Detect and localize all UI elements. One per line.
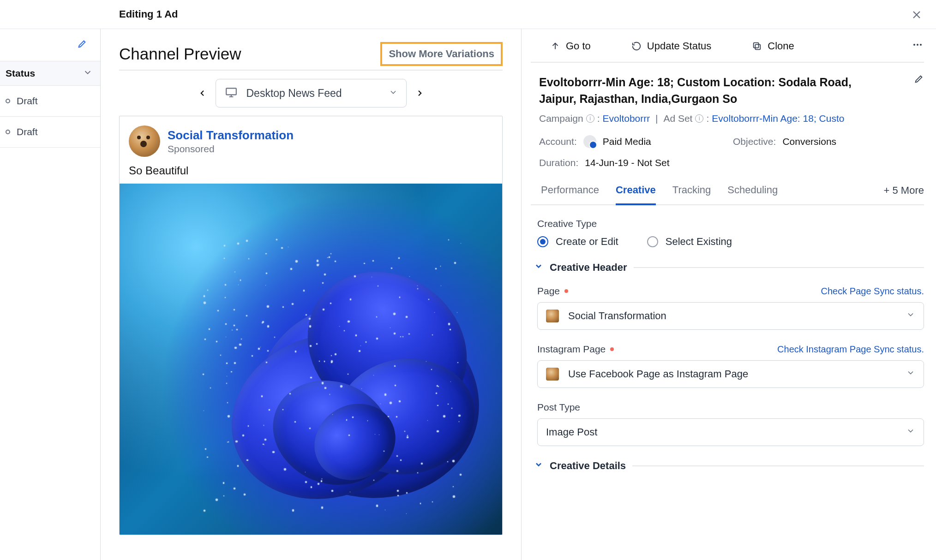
duration-value: 14-Jun-19 - Not Set [585, 157, 669, 168]
edit-pencil-icon[interactable] [77, 39, 87, 51]
chevron-down-icon [389, 88, 398, 99]
creative-type-section: Creative Type Create or Edit Select Exis… [531, 205, 924, 472]
creative-details-section[interactable]: Creative Details [534, 460, 924, 472]
tab-creative[interactable]: Creative [616, 184, 656, 205]
tab-scheduling[interactable]: Scheduling [727, 184, 778, 204]
next-variation-button[interactable] [412, 85, 428, 101]
page-thumb-icon [546, 368, 559, 381]
instagram-sync-link[interactable]: Check Instagram Page Sync status. [777, 344, 924, 355]
instagram-page-select[interactable]: Use Facebook Page as Instagram Page [537, 360, 924, 388]
post-header: Social Transformation Sponsored [120, 116, 502, 162]
close-button[interactable] [910, 8, 923, 24]
feed-selector-value: Desktop News Feed [246, 87, 380, 100]
account-avatar [583, 135, 596, 148]
field-label: Instagram Page [537, 344, 606, 355]
status-dot-icon [6, 130, 10, 134]
post-type-field: Post Type Image Post [534, 402, 924, 460]
divider [632, 465, 924, 466]
chevron-down-icon [906, 426, 915, 438]
radio-label: Create or Edit [556, 236, 618, 248]
campaign-label: Campaign [539, 113, 583, 124]
status-item[interactable]: Draft [0, 86, 100, 117]
ad-meta: Account: Paid Media Objective: Conversio… [531, 131, 924, 168]
page-select[interactable]: Social Transformation [537, 302, 924, 330]
status-dot-icon [6, 99, 10, 103]
divider [634, 267, 924, 268]
account-label: Account: [539, 136, 577, 147]
svg-rect-2 [754, 42, 759, 48]
prev-variation-button[interactable] [194, 85, 210, 101]
instagram-select-value: Use Facebook Page as Instagram Page [568, 368, 897, 380]
feed-selector[interactable]: Desktop News Feed [216, 79, 407, 107]
objective-value: Conversions [782, 136, 836, 147]
status-item-label: Draft [17, 126, 38, 137]
info-icon[interactable]: i [586, 114, 594, 123]
status-header-label: Status [6, 68, 35, 79]
post-type-value: Image Post [546, 426, 897, 438]
left-rail: Status Draft Draft [0, 29, 101, 560]
account-value: Paid Media [603, 136, 651, 147]
layout: Status Draft Draft Channel Preview Show … [0, 29, 936, 560]
topbar: Editing 1 Ad [0, 0, 936, 29]
ad-title-row: Evoltoborrr-Min Age: 18; Custom Location… [531, 63, 924, 112]
required-icon [610, 347, 614, 351]
tabs: Performance Creative Tracking Scheduling… [531, 168, 924, 205]
svg-point-4 [917, 44, 918, 46]
post-page-name[interactable]: Social Transformation [168, 128, 294, 143]
ad-title: Evoltoborrr-Min Age: 18; Custom Location… [539, 74, 871, 107]
radio-icon [537, 236, 548, 247]
svg-point-3 [913, 44, 915, 46]
preview-heading: Channel Preview [119, 45, 241, 63]
more-actions-button[interactable] [912, 39, 923, 53]
radio-label: Select Existing [666, 236, 732, 248]
post-header-titles: Social Transformation Sponsored [168, 128, 294, 155]
goto-label: Go to [566, 40, 591, 52]
page-select-value: Social Transformation [568, 310, 897, 322]
chevron-down-icon [534, 460, 543, 471]
adset-link[interactable]: Evoltoborrr-Min Age: 18; Custo [712, 113, 844, 124]
svg-point-5 [920, 44, 922, 46]
chevron-down-icon [906, 368, 915, 380]
feed-selector-row: Desktop News Feed [119, 79, 503, 107]
update-status-label: Update Status [647, 40, 711, 52]
divider [119, 70, 503, 71]
instagram-page-field: Instagram Page Check Instagram Page Sync… [534, 344, 924, 402]
preview-column: Channel Preview Show More Variations Des… [101, 29, 522, 560]
radio-create-or-edit[interactable]: Create or Edit [537, 236, 618, 248]
duration-label: Duration: [539, 157, 578, 168]
campaign-link[interactable]: Evoltoborrr [603, 113, 650, 124]
required-icon [564, 289, 568, 293]
post-preview-card: Social Transformation Sponsored So Beaut… [119, 116, 503, 535]
section-label: Creative Details [550, 460, 626, 472]
creative-type-radios: Create or Edit Select Existing [534, 236, 924, 262]
left-rail-edit-row [0, 29, 100, 61]
goto-button[interactable]: Go to [550, 40, 591, 52]
post-image [120, 184, 502, 535]
preview-header: Channel Preview Show More Variations [119, 42, 503, 66]
tabs-more[interactable]: + 5 More [884, 185, 924, 204]
tab-performance[interactable]: Performance [541, 184, 599, 204]
status-header[interactable]: Status [0, 61, 100, 86]
clone-button[interactable]: Clone [752, 40, 794, 52]
status-item[interactable]: Draft [0, 117, 100, 148]
chevron-down-icon [83, 67, 93, 80]
update-status-button[interactable]: Update Status [631, 40, 711, 52]
post-text: So Beautiful [120, 162, 502, 184]
svg-rect-0 [226, 88, 236, 95]
sponsored-label: Sponsored [168, 143, 294, 155]
page-avatar [129, 125, 160, 157]
post-type-select[interactable]: Image Post [537, 418, 924, 446]
creative-type-label: Creative Type [534, 218, 924, 236]
page-sync-link[interactable]: Check Page Sync status. [821, 286, 924, 297]
chevron-down-icon [906, 310, 915, 322]
page-field: Page Check Page Sync status. Social Tran… [534, 286, 924, 344]
tab-tracking[interactable]: Tracking [672, 184, 711, 204]
show-more-variations-button[interactable]: Show More Variations [380, 42, 503, 66]
creative-header-section[interactable]: Creative Header [534, 262, 924, 274]
status-item-label: Draft [17, 95, 38, 107]
adset-label: Ad Set [663, 113, 692, 124]
edit-title-button[interactable] [914, 74, 924, 86]
radio-icon [647, 236, 658, 247]
radio-select-existing[interactable]: Select Existing [647, 236, 732, 248]
info-icon[interactable]: i [695, 114, 703, 123]
